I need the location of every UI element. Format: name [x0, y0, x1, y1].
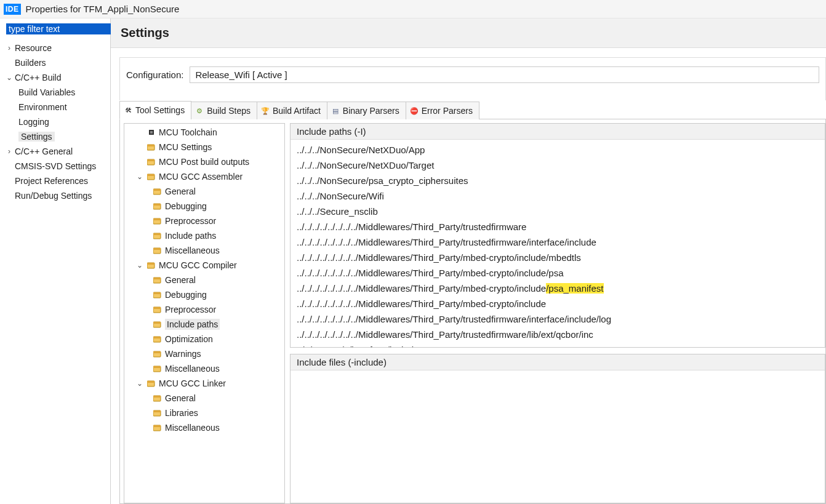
include-path-item[interactable]: ../../../../../../../../Middlewares/Thir…	[291, 219, 825, 234]
tool-tree-item[interactable]: MCU Post build outputs	[124, 154, 284, 169]
tool-tree-item[interactable]: Preprocessor	[124, 302, 284, 317]
svg-rect-35	[147, 381, 154, 383]
tool-tree-label: General	[165, 275, 196, 285]
include-paths-header: Include paths (-I)	[291, 124, 825, 140]
title-bar: IDE Properties for TFM_Appli_NonSecure	[0, 0, 826, 18]
error-icon: ⛔	[410, 106, 419, 115]
sidebar-item[interactable]: CMSIS-SVD Settings	[2, 159, 108, 174]
window-title: Properties for TFM_Appli_NonSecure	[26, 4, 180, 14]
tool-tree-label: Miscellaneous	[165, 423, 220, 433]
sidebar-item[interactable]: ›C/C++ General	[2, 144, 108, 159]
include-path-item[interactable]: ../../../../../../../../Middlewares/Thir…	[291, 281, 825, 296]
tool-tree-item[interactable]: MCU Settings	[124, 140, 284, 154]
tab-build-steps[interactable]: ⚙Build Steps	[191, 102, 257, 119]
include-path-item[interactable]: ../../../../../../../../Middlewares/Thir…	[291, 234, 825, 250]
include-files-list[interactable]	[291, 370, 825, 503]
tool-tree-item[interactable]: MCU Toolchain	[124, 125, 284, 140]
include-path-item[interactable]: ../../../Secure_nsclib	[291, 204, 825, 219]
category-tree: ›ResourceBuilders⌄C/C++ BuildBuild Varia…	[2, 41, 108, 203]
tool-tree-item[interactable]: Optimization	[124, 332, 284, 346]
svg-rect-21	[153, 278, 161, 279]
svg-rect-3	[147, 145, 154, 146]
sidebar-item-label: C/C++ Build	[15, 73, 61, 82]
tool-tree-item[interactable]: Preprocessor	[124, 214, 284, 228]
tab-binary-parsers[interactable]: ▤Binary Parsers	[327, 102, 406, 119]
tool-tree-item[interactable]: ⌄MCU GCC Compiler	[124, 258, 284, 273]
tab-label: Binary Parsers	[343, 106, 399, 116]
sidebar-item[interactable]: Environment	[16, 100, 108, 114]
configuration-select[interactable]: Release_Wifi [ Active ]	[190, 66, 819, 83]
box-icon	[153, 364, 162, 373]
sidebar-item[interactable]: Builders	[2, 55, 108, 70]
tool-tree-item[interactable]: General	[124, 184, 284, 199]
box-icon	[146, 172, 156, 181]
chip-icon	[146, 128, 156, 137]
svg-rect-9	[153, 189, 161, 191]
steps-icon: ⚙	[195, 106, 204, 115]
sidebar-item[interactable]: ⌄C/C++ Build	[2, 70, 108, 85]
tool-tree-label: Include paths	[165, 231, 216, 241]
include-path-item[interactable]: ../../../../../../../../Middlewares/Thir…	[291, 250, 825, 265]
binary-icon: ▤	[331, 106, 340, 115]
wrench-icon: 🛠	[124, 106, 132, 114]
box-icon	[153, 290, 162, 299]
tool-tree-item[interactable]: Include paths	[124, 317, 284, 332]
svg-rect-31	[153, 351, 161, 353]
tool-tree-item[interactable]: General	[124, 273, 284, 287]
box-icon	[153, 231, 162, 240]
tool-tree-label: Warnings	[165, 349, 201, 359]
tool-tree-item[interactable]: Debugging	[124, 199, 284, 214]
include-path-item[interactable]: ../../Secure/g/interface/include	[291, 342, 825, 347]
chevron-down-icon[interactable]: ⌄	[135, 261, 144, 270]
svg-rect-25	[153, 307, 161, 309]
sidebar-item-label: Environment	[18, 102, 67, 112]
filter-input[interactable]	[6, 23, 119, 34]
category-sidebar: ✕ ›ResourceBuilders⌄C/C++ BuildBuild Var…	[0, 18, 111, 504]
sidebar-item[interactable]: Settings	[16, 129, 108, 144]
sidebar-item-label: Build Variables	[18, 87, 75, 97]
include-path-item[interactable]: ../../../NonSecure/psa_crypto_ciphersuit…	[291, 173, 825, 188]
tool-tree-item[interactable]: Libraries	[124, 406, 284, 420]
sidebar-item[interactable]: Project References	[2, 174, 108, 188]
svg-rect-13	[153, 218, 161, 220]
include-path-item[interactable]: ../../../NonSecure/NetXDuo/App	[291, 142, 825, 158]
sidebar-item[interactable]: Build Variables	[16, 85, 108, 100]
chevron-down-icon[interactable]: ⌄	[5, 73, 14, 82]
tool-tree-label: MCU GCC Linker	[159, 378, 226, 388]
include-path-item[interactable]: ../../../../../../../../Middlewares/Thir…	[291, 327, 825, 342]
tool-tree-item[interactable]: Miscellaneous	[124, 361, 284, 376]
include-paths-list[interactable]: ../../../NonSecure/NetXDuo/App../../../N…	[291, 140, 825, 347]
tool-tree-item[interactable]: Warnings	[124, 346, 284, 361]
chevron-right-icon[interactable]: ›	[5, 147, 14, 156]
tool-tree-item[interactable]: Miscellaneous	[124, 420, 284, 435]
sidebar-item-label: Logging	[18, 117, 49, 127]
tab-build-artifact[interactable]: 🏆Build Artifact	[257, 102, 327, 119]
chevron-right-icon[interactable]: ›	[5, 44, 14, 52]
tool-tree-item[interactable]: Debugging	[124, 287, 284, 302]
tab-label: Build Steps	[207, 106, 251, 116]
tab-tool-settings[interactable]: 🛠Tool Settings	[119, 101, 191, 119]
tool-tree-item[interactable]: General	[124, 391, 284, 406]
include-path-item[interactable]: ../../../NonSecure/NetXDuo/Target	[291, 158, 825, 173]
box-icon	[153, 276, 162, 284]
include-path-item[interactable]: ../../../../../../../../Middlewares/Thir…	[291, 265, 825, 281]
tool-tree-label: Miscellaneous	[165, 364, 220, 374]
sidebar-item[interactable]: Logging	[16, 114, 108, 129]
include-path-item[interactable]: ../../../../../../../../Middlewares/Thir…	[291, 311, 825, 327]
tool-tree-item[interactable]: Miscellaneous	[124, 243, 284, 258]
sidebar-item[interactable]: Run/Debug Settings	[2, 188, 108, 203]
chevron-down-icon[interactable]: ⌄	[135, 172, 144, 181]
tool-tree-item[interactable]: Include paths	[124, 228, 284, 243]
tab-error-parsers[interactable]: ⛔Error Parsers	[406, 102, 479, 119]
chevron-down-icon[interactable]: ⌄	[135, 379, 144, 388]
tool-tree-item[interactable]: ⌄MCU GCC Assembler	[124, 169, 284, 184]
box-icon	[146, 379, 156, 388]
ide-badge: IDE	[4, 4, 21, 15]
tool-tree[interactable]: MCU ToolchainMCU SettingsMCU Post build …	[124, 123, 285, 503]
include-path-item[interactable]: ../../../../../../../../Middlewares/Thir…	[291, 296, 825, 311]
include-path-item[interactable]: ../../../NonSecure/Wifi	[291, 188, 825, 204]
sidebar-item[interactable]: ›Resource	[2, 41, 108, 55]
tool-tree-item[interactable]: ⌄MCU GCC Linker	[124, 376, 284, 391]
svg-rect-7	[147, 174, 154, 176]
page-title: Settings	[111, 18, 826, 48]
